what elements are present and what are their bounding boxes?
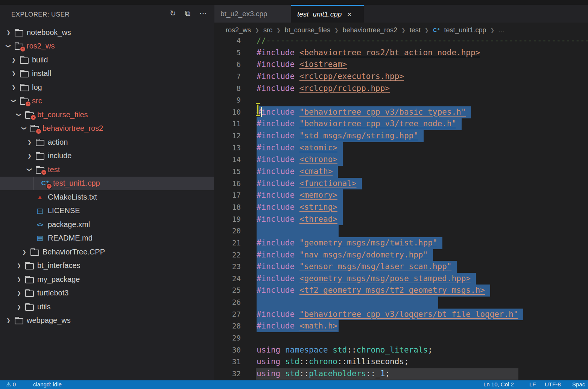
tree-item-license[interactable]: ▤LICENSE (0, 204, 214, 218)
breadcrumb-item--[interactable]: ... (498, 26, 504, 34)
code-line-4[interactable]: 4//-------------------------------------… (214, 38, 588, 47)
tree-item-label: test_unit1.cpp (53, 179, 100, 188)
code-line-6[interactable]: 6#include <iostream> (214, 59, 588, 71)
encoding-indicator[interactable]: UTF-8 (545, 381, 561, 387)
code-line-26[interactable]: 26 (214, 297, 588, 309)
tree-item-my-package[interactable]: ❯my_package (0, 272, 214, 286)
code-text: using std::chrono::milliseconds; (257, 356, 409, 368)
code-line-19[interactable]: 19#include <thread> (214, 213, 588, 226)
code-line-24[interactable]: 24#include <geometry_msgs/msg/pose_stamp… (214, 273, 588, 285)
breadcrumb-item-ros2-ws[interactable]: ros2_ws (226, 26, 251, 34)
folder-icon (35, 152, 45, 160)
editor-group: bt_u2_ex3.cpptest_unit1.cpp✕ ros2_ws❯src… (214, 5, 588, 380)
tree-item-readme-md[interactable]: ▤README.md (0, 232, 214, 245)
tree-item-behaviortree-ros2[interactable]: ❯×behaviortree_ros2 (0, 122, 214, 136)
tree-item-ros2-ws[interactable]: ❯×ros2_ws (0, 39, 214, 53)
explorer-header-actions: ↻⧉⋯ (170, 9, 207, 17)
folder-icon: × (35, 165, 45, 174)
code-area[interactable]: 4//-------------------------------------… (214, 38, 588, 380)
code-line-18[interactable]: 18#include <string> (214, 201, 588, 213)
code-line-22[interactable]: 22#include "nav_msgs/msg/odometry.hpp" (214, 249, 588, 261)
breadcrumb: ros2_ws❯src❯bt_course_files❯behaviortree… (214, 23, 588, 38)
breadcrumb-separator-icon: ❯ (334, 27, 339, 33)
tree-item-turtlebot3[interactable]: ❯turtlebot3 (0, 286, 214, 300)
tree-item-build[interactable]: ❯build (0, 53, 214, 67)
cpp-file-icon: C⁺× (40, 179, 50, 188)
collapse-folders-icon[interactable]: ⧉ (185, 9, 190, 17)
code-line-20[interactable]: 20 (214, 225, 588, 237)
line-number: 5 (214, 47, 241, 59)
tree-item-bt-course-files[interactable]: ❯×bt_course_files (0, 108, 214, 122)
code-line-17[interactable]: 17#include <memory> (214, 189, 588, 201)
code-line-31[interactable]: 31using std::chrono::milliseconds; (214, 356, 588, 368)
folder-icon (14, 316, 24, 325)
breadcrumb-item-behaviortree-ros2[interactable]: behaviortree_ros2 (343, 26, 397, 34)
code-text: #include <rclcpp/rclcpp.hpp> (257, 83, 390, 95)
code-text: #include <cmath> (257, 166, 338, 178)
tree-item-log[interactable]: ❯log (0, 80, 214, 94)
tab-bar: bt_u2_ex3.cpptest_unit1.cpp✕ (214, 5, 588, 23)
text-caret (261, 107, 262, 117)
code-line-7[interactable]: 7#include <rclcpp/executors.hpp> (214, 71, 588, 83)
line-number: 16 (214, 178, 241, 190)
code-line-29[interactable]: 29 (214, 332, 588, 344)
breadcrumb-item-test[interactable]: test (410, 26, 421, 34)
problems-indicator[interactable]: ⚠ 0 (6, 381, 16, 388)
code-line-32[interactable]: 32using std::placeholders::_1; (214, 368, 588, 380)
chevron-expanded-icon: ❯ (16, 112, 22, 118)
code-line-11[interactable]: 11#include "behaviortree_cpp_v3/tree_nod… (214, 118, 588, 130)
more-actions-icon[interactable]: ⋯ (199, 9, 207, 17)
tab-test-unit1-cpp[interactable]: test_unit1.cpp✕ (291, 5, 364, 23)
code-line-23[interactable]: 23#include "sensor_msgs/msg/laser_scan.h… (214, 261, 588, 273)
code-text: #include "geometry_msgs/msg/twist.hpp" (257, 237, 442, 249)
editor[interactable]: 4//-------------------------------------… (214, 38, 588, 380)
tree-item-package-xml[interactable]: <>package.xml (0, 218, 214, 232)
tree-item-bt-interfaces[interactable]: ❯bt_interfaces (0, 259, 214, 273)
tab-bt-u2-ex3-cpp[interactable]: bt_u2_ex3.cpp (214, 5, 291, 23)
code-text: #include "sensor_msgs/msg/laser_scan.hpp… (257, 261, 457, 273)
status-bar: ⚠ 0 clangd: idle Ln 10, Col 2LFUTF-8Spac (0, 380, 588, 389)
tree-item-label: bt_course_files (37, 110, 88, 119)
eol-indicator[interactable]: LF (529, 381, 536, 387)
code-line-30[interactable]: 30using namespace std::chrono_literals; (214, 344, 588, 356)
code-line-15[interactable]: 15#include <cmath> (214, 166, 588, 178)
tree-item-test[interactable]: ❯×test (0, 163, 214, 177)
code-line-14[interactable]: 14#include <chrono> (214, 154, 588, 166)
line-number: 10 (214, 106, 241, 118)
line-number: 20 (214, 225, 241, 237)
tree-item-notebook-ws[interactable]: ❯notebook_ws (0, 26, 214, 39)
code-line-21[interactable]: 21#include "geometry_msgs/msg/twist.hpp" (214, 237, 588, 249)
code-line-9[interactable]: 9 (214, 94, 588, 106)
tree-item-install[interactable]: ❯install (0, 67, 214, 81)
breadcrumb-separator-icon: ❯ (277, 27, 281, 33)
code-line-16[interactable]: 16#include <functional> (214, 178, 588, 190)
cursor-position[interactable]: Ln 10, Col 2 (483, 381, 514, 387)
error-badge: × (35, 128, 42, 135)
refresh-explorer-icon[interactable]: ↻ (170, 9, 176, 17)
breadcrumb-item-src[interactable]: src (263, 26, 272, 34)
breadcrumb-item-bt-course-files[interactable]: bt_course_files (285, 26, 330, 34)
tree-item-label: CMakeLists.txt (48, 193, 97, 201)
clangd-status[interactable]: clangd: idle (33, 381, 62, 387)
tree-item-behaviortree-cpp[interactable]: ❯BehaviorTree.CPP (0, 245, 214, 259)
code-line-13[interactable]: 13#include <atomic> (214, 142, 588, 154)
error-badge: × (46, 183, 52, 189)
code-line-10[interactable]: 10#include "behaviortree_cpp_v3/basic_ty… (214, 106, 588, 118)
tree-item-action[interactable]: ❯action (0, 135, 214, 149)
tree-item-utils[interactable]: ❯utils (0, 300, 214, 314)
code-line-12[interactable]: 12#include "std_msgs/msg/string.hpp" (214, 130, 588, 142)
tree-item-test-unit1-cpp[interactable]: C⁺×test_unit1.cpp (0, 177, 214, 191)
code-line-5[interactable]: 5#include <behaviortree_ros2/bt_action_n… (214, 47, 588, 59)
line-number: 7 (214, 71, 241, 83)
breadcrumb-item-test-unit1-cpp[interactable]: test_unit1.cpp (444, 26, 486, 34)
tree-item-include[interactable]: ❯include (0, 149, 214, 163)
code-line-8[interactable]: 8#include <rclcpp/rclcpp.hpp> (214, 83, 588, 95)
tree-item-webpage-ws[interactable]: ❯webpage_ws (0, 314, 214, 328)
code-line-27[interactable]: 27#include "behaviortree_cpp_v3/loggers/… (214, 309, 588, 321)
code-line-28[interactable]: 28#include <math.h> (214, 320, 588, 332)
close-tab-icon[interactable]: ✕ (347, 11, 352, 18)
code-line-25[interactable]: 25#include <tf2_geometry_msgs/tf2_geomet… (214, 285, 588, 297)
tree-item-src[interactable]: ❯×src (0, 94, 214, 108)
indentation-indicator[interactable]: Spac (572, 381, 585, 387)
tree-item-cmakelists-txt[interactable]: ▲CMakeLists.txt (0, 190, 214, 204)
